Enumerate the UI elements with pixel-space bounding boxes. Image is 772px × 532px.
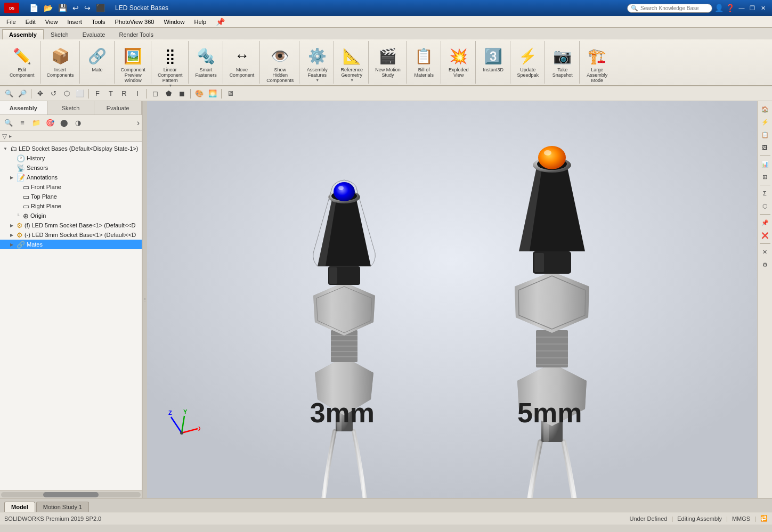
linear-pattern-button[interactable]: ⣿ LinearComponentPattern ▼ — [156, 44, 185, 88]
menu-help[interactable]: Help — [190, 18, 211, 26]
show-hidden-button[interactable]: 👁️ ShowHiddenComponents — [264, 44, 296, 85]
tree-mates[interactable]: ▶ 🔗 Mates — [0, 240, 142, 249]
hscroll-bar[interactable] — [1, 492, 141, 497]
search-box[interactable]: 🔍 — [627, 4, 712, 13]
open-button[interactable]: 📂 — [42, 3, 54, 13]
tree-root[interactable]: ▼ 🗂 LED Socket Bases (Default<Display St… — [0, 144, 142, 153]
search-input[interactable] — [640, 5, 699, 11]
menu-edit[interactable]: Edit — [21, 18, 40, 26]
move-component-button[interactable]: ↔️ MoveComponent — [227, 44, 257, 79]
feature-target-button[interactable]: 🎯 — [44, 117, 56, 129]
rebuild-icon[interactable]: 🔁 — [760, 515, 768, 522]
view-front-button[interactable]: F — [92, 88, 103, 100]
rp-cancel-button[interactable]: ✕ — [759, 246, 771, 258]
tree-top-plane[interactable]: ▭ Top Plane — [0, 192, 142, 201]
viewport[interactable]: LED Socket Base — [147, 101, 757, 498]
restore-button[interactable]: ❐ — [747, 3, 757, 13]
rp-hex-button[interactable]: ⬡ — [759, 200, 771, 212]
panel-resize-handle[interactable]: ⋮ — [143, 101, 147, 498]
user-icon[interactable]: 👤 — [714, 4, 724, 12]
menu-tools[interactable]: Tools — [87, 18, 110, 26]
tab-sketch[interactable]: Sketch — [44, 29, 76, 39]
new-button[interactable]: 📄 — [28, 3, 40, 13]
menu-photoview[interactable]: PhotoView 360 — [111, 18, 159, 26]
view-iso-button[interactable]: I — [132, 88, 143, 100]
display-manager-button[interactable]: 🖥 — [224, 88, 236, 100]
rp-clipboard-button[interactable]: 📋 — [759, 129, 771, 141]
feature-more-button[interactable]: › — [137, 118, 140, 128]
tab-motion-study[interactable]: Motion Study 1 — [36, 502, 89, 512]
mate-button[interactable]: 🔗 Mate — [84, 44, 111, 74]
exploded-view-button[interactable]: 💥 ExplodedView — [445, 44, 472, 79]
redo-button[interactable]: ↪ — [83, 3, 92, 13]
section-button[interactable]: ⬜ — [74, 88, 86, 100]
linear-pattern-dropdown[interactable]: ▼ — [168, 84, 172, 87]
pin-icon[interactable]: 📌 — [216, 18, 225, 26]
rp-sigma-button[interactable]: Σ — [759, 187, 771, 199]
rp-settings-button[interactable]: ⚙ — [759, 259, 771, 271]
feature-search-button[interactable]: 🔍 — [2, 117, 15, 129]
menu-view[interactable]: View — [41, 18, 62, 26]
shaded-edges-button[interactable]: ◼ — [176, 88, 188, 100]
smart-fasteners-button[interactable]: 🔩 SmartFasteners — [193, 44, 220, 79]
shaded-button[interactable]: ⬟ — [162, 88, 174, 100]
save-button[interactable]: 💾 — [56, 3, 69, 13]
tree-right-plane[interactable]: ▭ Right Plane — [0, 201, 142, 211]
zoom-out-button[interactable]: 🔎 — [17, 88, 28, 100]
tree-origin[interactable]: └ ⊕ Origin — [0, 211, 142, 220]
new-motion-button[interactable]: 🎬 New MotionStudy — [373, 44, 403, 79]
wireframe-button[interactable]: ◻ — [149, 88, 161, 100]
rp-grid-button[interactable]: ⊞ — [759, 171, 771, 183]
help-icon[interactable]: ❓ — [726, 4, 735, 12]
rp-chart-button[interactable]: 📊 — [759, 158, 771, 170]
tree-mates-expand[interactable]: ▶ — [9, 241, 15, 248]
reference-geometry-dropdown[interactable]: ▼ — [350, 78, 354, 82]
tree-sensors[interactable]: 📡 Sensors — [0, 163, 142, 173]
speedpak-button[interactable]: ⚡ UpdateSpeedpak — [515, 44, 541, 79]
tree-annotations-expand[interactable]: ▶ — [9, 174, 15, 181]
panel-tab-sketch[interactable]: Sketch — [47, 101, 95, 114]
rebuild-button[interactable]: ⬛ — [94, 3, 107, 13]
feature-folder-button[interactable]: 📁 — [30, 117, 43, 129]
zoom-area-button[interactable]: ⬡ — [61, 88, 72, 100]
tree-annotations[interactable]: ▶ 📝 Annotations — [0, 173, 142, 182]
rp-home-button[interactable]: 🏠 — [759, 103, 771, 115]
tree-5mm-socket[interactable]: ▶ ⚙ (f) LED 5mm Socket Base<1> (Default<… — [0, 220, 142, 230]
view-top-button[interactable]: T — [105, 88, 117, 100]
rp-x-button[interactable]: ❌ — [759, 230, 771, 241]
scene-button[interactable]: 🌅 — [207, 88, 218, 100]
tab-evaluate[interactable]: Evaluate — [76, 29, 112, 39]
tree-front-plane[interactable]: ▭ Front Plane — [0, 182, 142, 192]
assembly-features-button[interactable]: ⚙️ AssemblyFeatures ▼ — [304, 44, 330, 83]
component-preview-button[interactable]: 🖼️ ComponentPreviewWindow — [119, 44, 148, 85]
undo-button[interactable]: ↩ — [71, 3, 80, 13]
view-right-button[interactable]: R — [118, 88, 130, 100]
left-panel-hscroll[interactable] — [0, 490, 142, 498]
tab-render-tools[interactable]: Render Tools — [112, 29, 160, 39]
panel-tab-assembly[interactable]: Assembly — [0, 101, 47, 114]
edit-component-button[interactable]: ✏️ EditComponent — [7, 44, 37, 79]
feature-circle-button[interactable]: ⬤ — [58, 117, 70, 129]
rp-image-button[interactable]: 🖼 — [759, 142, 771, 153]
snapshot-button[interactable]: 📷 TakeSnapshot — [549, 44, 576, 79]
menu-insert[interactable]: Insert — [63, 18, 86, 26]
close-button[interactable]: ✕ — [758, 3, 768, 13]
tree-root-expand[interactable]: ▼ — [2, 145, 9, 152]
hscroll-thumb[interactable] — [43, 492, 99, 497]
rp-flash-button[interactable]: ⚡ — [759, 116, 771, 128]
panel-tab-evaluate[interactable]: Evaluate — [94, 101, 142, 114]
tab-assembly[interactable]: Assembly — [2, 29, 44, 39]
large-assembly-mode-button[interactable]: 🏗️ LargeAssemblyMode — [584, 44, 611, 85]
instant3d-button[interactable]: 3️⃣ Instant3D — [480, 44, 507, 74]
zoom-in-button[interactable]: 🔍 — [3, 88, 15, 100]
menu-file[interactable]: File — [2, 18, 20, 26]
rotate-button[interactable]: ↺ — [47, 88, 59, 100]
tree-5mm-expand[interactable]: ▶ — [9, 222, 15, 228]
feature-half-circle-button[interactable]: ◑ — [71, 117, 84, 129]
tree-history[interactable]: 🕐 History — [0, 153, 142, 163]
menu-window[interactable]: Window — [159, 18, 189, 26]
assembly-features-dropdown[interactable]: ▼ — [315, 78, 319, 82]
pan-button[interactable]: ✥ — [34, 88, 46, 100]
rp-pin-button[interactable]: 📌 — [759, 217, 771, 228]
tree-3mm-socket[interactable]: ▶ ⚙ (-) LED 3mm Socket Base<1> (Default<… — [0, 230, 142, 240]
